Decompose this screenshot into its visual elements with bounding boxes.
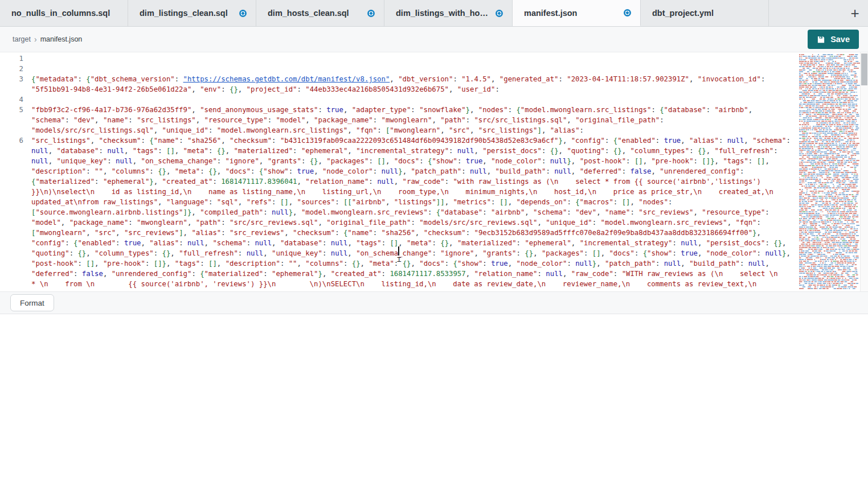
code-editor[interactable]: 1 2 3{"metadata": {"dbt_schema_version":… xyxy=(0,52,868,291)
line-number: 2 xyxy=(0,64,31,74)
tab-label: dim_hosts_clean.sql xyxy=(268,9,349,18)
breadcrumb-folder: target xyxy=(13,35,31,43)
modified-dot-icon[interactable] xyxy=(624,9,631,17)
editor-scrollbar-track[interactable] xyxy=(860,52,868,291)
breadcrumb-toolbar: target › manifest.json Save xyxy=(0,27,868,52)
tab-label: no_nulls_in_columns.sql xyxy=(11,9,110,18)
code-text[interactable]: {"metadata": {"dbt_schema_version": "htt… xyxy=(31,74,793,94)
modified-dot-icon[interactable] xyxy=(239,10,247,17)
code-line[interactable]: 5"fbb9f3c2-cf96-4a17-b736-976a62d35ff9",… xyxy=(0,105,797,135)
tab-strip: no_nulls_in_columns.sqldim_listings_clea… xyxy=(0,0,769,26)
results-panel xyxy=(0,314,868,497)
code-text[interactable] xyxy=(31,64,793,74)
text-caret xyxy=(398,246,399,256)
line-number: 4 xyxy=(0,94,31,105)
code-line[interactable]: 4 xyxy=(0,94,797,105)
minimap[interactable] xyxy=(797,52,860,291)
mouse-ibeam-cursor: ⌶ xyxy=(397,255,403,264)
modified-dot-icon[interactable] xyxy=(496,10,503,17)
line-number: 5 xyxy=(0,105,31,135)
chevron-right-icon: › xyxy=(34,35,37,44)
breadcrumb-file: manifest.json xyxy=(40,35,83,43)
new-tab-button[interactable]: + xyxy=(842,0,868,26)
tab-label: dim_listings_with_hosts.sql xyxy=(396,9,490,18)
tab-no_nulls_in_columns.sql[interactable]: no_nulls_in_columns.sql xyxy=(0,0,128,26)
tab-dim_listings_clean.sql[interactable]: dim_listings_clean.sql xyxy=(128,0,256,26)
tab-dim_hosts_clean.sql[interactable]: dim_hosts_clean.sql xyxy=(256,0,384,26)
dbt-ide-window: no_nulls_in_columns.sqldim_listings_clea… xyxy=(0,0,868,498)
format-button[interactable]: Format xyxy=(10,294,54,311)
code-line[interactable]: 1 xyxy=(0,53,797,64)
floppy-disk-icon xyxy=(817,35,825,44)
modified-dot-icon[interactable] xyxy=(367,10,375,17)
editor-footer-bar: Format xyxy=(0,291,868,314)
tab-label: manifest.json xyxy=(524,9,577,18)
code-text[interactable] xyxy=(31,53,793,64)
plus-icon: + xyxy=(850,5,859,22)
editor-scrollbar-thumb[interactable] xyxy=(861,53,867,85)
code-text[interactable]: "src_listings", "checksum": {"name": "sh… xyxy=(31,135,793,291)
tab-dbt_project.yml[interactable]: dbt_project.yml xyxy=(641,0,769,26)
tab-bar-spacer xyxy=(769,0,842,26)
tab-dim_listings_with_hosts.sql[interactable]: dim_listings_with_hosts.sql xyxy=(384,0,513,26)
code-line[interactable]: 3{"metadata": {"dbt_schema_version": "ht… xyxy=(0,74,797,94)
tab-bar: no_nulls_in_columns.sqldim_listings_clea… xyxy=(0,0,868,27)
tab-label: dbt_project.yml xyxy=(652,9,714,18)
line-number: 3 xyxy=(0,74,31,94)
save-button-label: Save xyxy=(830,35,850,44)
code-line[interactable]: 2 xyxy=(0,64,797,74)
breadcrumb: target › manifest.json xyxy=(13,35,82,44)
code-text[interactable]: "fbb9f3c2-cf96-4a17-b736-976a62d35ff9", … xyxy=(31,105,793,135)
line-number: 6 xyxy=(0,135,31,291)
save-button[interactable]: Save xyxy=(808,30,859,49)
tab-label: dim_listings_clean.sql xyxy=(140,9,228,18)
line-number: 1 xyxy=(0,53,31,64)
code-line[interactable]: 6"src_listings", "checksum": {"name": "s… xyxy=(0,135,797,291)
code-text[interactable] xyxy=(31,94,793,105)
tab-manifest.json[interactable]: manifest.json xyxy=(513,0,641,26)
